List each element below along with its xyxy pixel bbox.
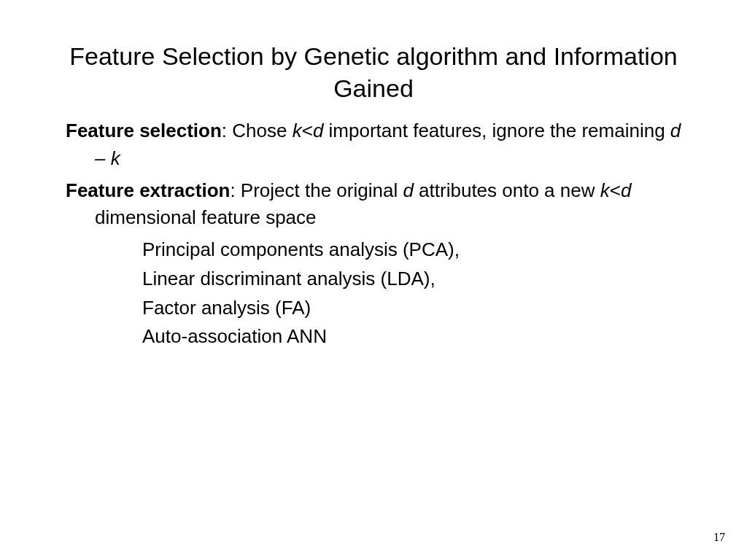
var-k: k [600,179,610,201]
text: : Project the original [230,179,403,201]
var-d: d [621,179,631,201]
var-d: d [313,120,323,141]
slide-content: Feature Selection by Genetic algorithm a… [0,0,747,351]
methods-list: Principal components analysis (PCA), Lin… [66,236,681,351]
var-d: d [403,179,413,201]
text: < [302,120,313,141]
page-number: 17 [713,531,725,544]
paragraph-feature-extraction: Feature extraction: Project the original… [66,177,681,232]
term-feature-selection: Feature selection [66,120,222,141]
var-k: k [293,120,302,141]
text: : Chose [222,120,293,141]
slide-body: Feature selection: Chose k<d important f… [66,117,681,351]
text: attributes onto a new [414,179,600,201]
text: < [610,179,621,201]
term-feature-extraction: Feature extraction [66,179,230,201]
list-item: Principal components analysis (PCA), [142,236,681,264]
paragraph-feature-selection: Feature selection: Chose k<d important f… [66,117,681,172]
list-item: Linear discriminant analysis (LDA), [142,265,681,293]
list-item: Auto-association ANN [142,323,681,351]
text: dimensional feature space [95,206,317,228]
text: important features, ignore the remaining [323,120,670,141]
slide-title: Feature Selection by Genetic algorithm a… [66,40,681,104]
list-item: Factor analysis (FA) [142,295,681,322]
